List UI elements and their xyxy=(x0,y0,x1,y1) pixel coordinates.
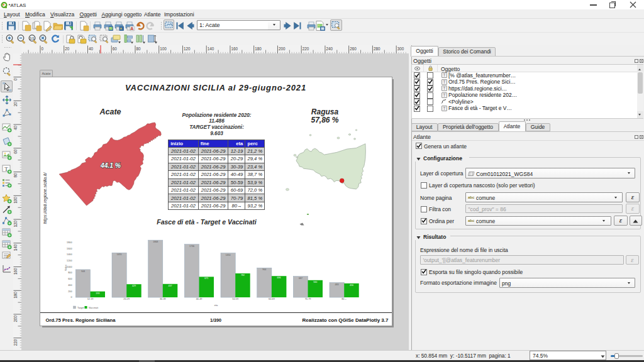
svg-text:240: 240 xyxy=(326,47,333,51)
svg-text:30-39: 30-39 xyxy=(159,298,165,300)
svg-text:400: 400 xyxy=(68,283,72,286)
svg-text:964: 964 xyxy=(262,268,266,271)
svg-text:60: 60 xyxy=(13,149,18,154)
svg-text:220: 220 xyxy=(303,47,309,51)
svg-text:687: 687 xyxy=(298,277,302,279)
svg-text:40: 40 xyxy=(89,47,94,51)
svg-text:1000: 1000 xyxy=(67,265,72,268)
svg-text:1200: 1200 xyxy=(67,260,72,262)
svg-text:800: 800 xyxy=(68,272,72,274)
svg-text:456: 456 xyxy=(349,283,353,286)
svg-text:20-29: 20-29 xyxy=(123,298,130,300)
svg-text:20: 20 xyxy=(65,47,70,51)
svg-text:300: 300 xyxy=(397,47,404,51)
svg-text:280: 280 xyxy=(374,47,380,51)
svg-text:Valori: Valori xyxy=(64,264,67,270)
svg-text:60: 60 xyxy=(113,47,118,51)
svg-text:1800: 1800 xyxy=(67,241,72,243)
svg-text:40-49: 40-49 xyxy=(196,298,202,300)
svg-text:160: 160 xyxy=(13,268,18,275)
svg-text:60-69: 60-69 xyxy=(269,298,275,300)
svg-text:12-19: 12-19 xyxy=(87,298,93,300)
svg-text:671: 671 xyxy=(204,277,208,280)
svg-text:70-79: 70-79 xyxy=(304,298,311,300)
svg-text:80: 80 xyxy=(13,173,18,178)
svg-text:908: 908 xyxy=(80,270,84,272)
svg-text:1600: 1600 xyxy=(67,247,72,250)
svg-text:140: 140 xyxy=(13,244,18,251)
svg-text:1868: 1868 xyxy=(153,241,158,243)
svg-text:1736: 1736 xyxy=(189,244,194,247)
svg-text:Vaccinati: Vaccinati xyxy=(89,306,98,309)
svg-text:200: 200 xyxy=(13,315,18,322)
svg-text:200: 200 xyxy=(279,47,286,51)
svg-text:180: 180 xyxy=(255,47,262,51)
svg-text:20: 20 xyxy=(13,102,18,107)
svg-text:600: 600 xyxy=(68,278,72,280)
svg-text:Target: Target xyxy=(77,306,84,309)
svg-text:180: 180 xyxy=(13,292,18,299)
svg-text:50-59: 50-59 xyxy=(232,298,238,300)
svg-text:80→: 80→ xyxy=(341,298,347,300)
svg-text:193: 193 xyxy=(96,292,99,294)
svg-text:0: 0 xyxy=(70,296,72,299)
svg-text:40: 40 xyxy=(13,126,18,131)
svg-text:100: 100 xyxy=(13,197,18,204)
svg-text:A: A xyxy=(130,26,133,31)
svg-text:260: 260 xyxy=(350,47,357,51)
svg-text:140: 140 xyxy=(208,47,214,51)
svg-text:0: 0 xyxy=(13,78,18,80)
svg-text:220: 220 xyxy=(13,339,18,346)
svg-text:160: 160 xyxy=(231,47,238,51)
svg-text:696: 696 xyxy=(277,277,280,279)
svg-text:120: 120 xyxy=(13,221,18,228)
svg-text:1450: 1450 xyxy=(225,253,230,256)
svg-text:429: 429 xyxy=(131,285,135,287)
svg-text:eta: eta xyxy=(214,303,218,306)
svg-text:200: 200 xyxy=(68,290,72,292)
svg-text:1455: 1455 xyxy=(116,253,121,256)
svg-text:437: 437 xyxy=(168,284,172,287)
svg-text:483: 483 xyxy=(335,283,338,285)
svg-text:782: 782 xyxy=(240,274,244,277)
svg-text:120: 120 xyxy=(184,47,191,51)
svg-text:0: 0 xyxy=(42,47,44,51)
svg-text:80: 80 xyxy=(136,47,141,51)
svg-text:560: 560 xyxy=(313,280,317,283)
svg-text:100: 100 xyxy=(160,47,167,51)
svg-text:1400: 1400 xyxy=(67,253,72,256)
svg-text:1:1: 1:1 xyxy=(30,37,34,40)
